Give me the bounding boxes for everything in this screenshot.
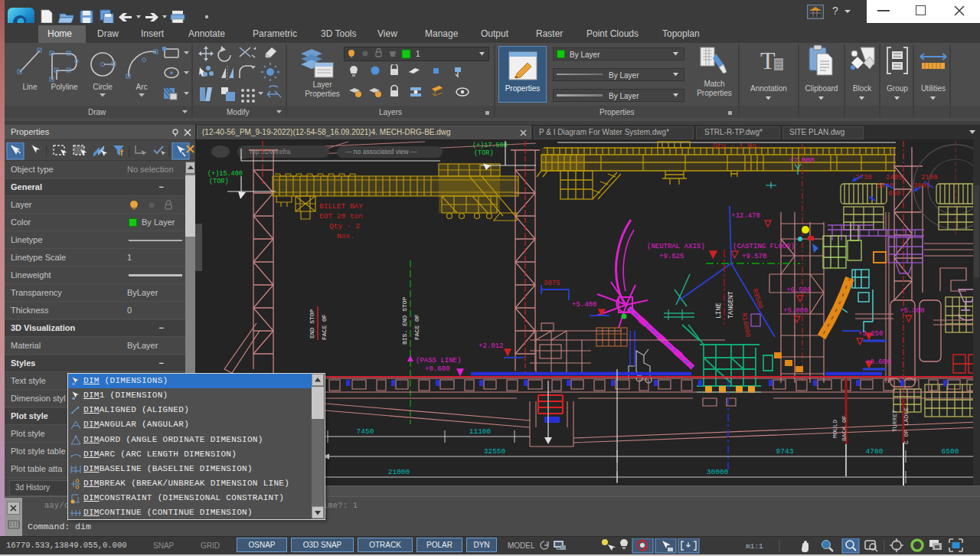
svg-text:Line: Line [23, 83, 38, 91]
svg-text:9743: 9743 [776, 447, 794, 456]
svg-text:+5.000: +5.000 [783, 307, 808, 315]
svg-text:+6.500: +6.500 [786, 286, 811, 294]
svg-text:+9.625: +9.625 [659, 253, 684, 260]
svg-text:7450: 7450 [357, 427, 374, 436]
svg-text:BACK OF: BACK OF [841, 415, 848, 441]
svg-text:(TOR): (TOR) [209, 178, 229, 185]
svg-text:TANGENT: TANGENT [727, 291, 735, 319]
svg-text:+0.600: +0.600 [866, 358, 890, 366]
svg-text:MOULD: MOULD [831, 420, 838, 438]
svg-text:Circle: Circle [93, 83, 113, 91]
svg-text:21000: 21000 [388, 468, 410, 476]
svg-text:+3.250: +3.250 [858, 330, 883, 338]
svg-text:Qty - 1 No.: Qty - 1 No. [713, 142, 761, 150]
svg-text:3075: 3075 [544, 280, 560, 287]
svg-text:(CASTING FLOOR): (CASTING FLOOR) [733, 243, 795, 250]
svg-text:30000: 30000 [707, 468, 729, 476]
svg-text:LINE: LINE [715, 303, 723, 319]
svg-text:Nos.: Nos. [337, 232, 354, 240]
svg-text:TURRET: TURRET [891, 410, 898, 432]
svg-text:Polyline: Polyline [51, 83, 77, 91]
svg-text:+7.000: +7.000 [789, 157, 814, 165]
svg-text:BILLET BAY: BILLET BAY [319, 202, 363, 211]
svg-text:2405: 2405 [886, 174, 903, 182]
svg-text:BIS. END STOP: BIS. END STOP [401, 296, 408, 345]
svg-text:3640: 3640 [877, 182, 893, 190]
svg-text:+0.600: +0.600 [425, 365, 449, 373]
svg-text:(+)15.400: (+)15.400 [207, 170, 243, 178]
svg-text:T: T [760, 47, 776, 74]
svg-text:Top 2DWirefra: Top 2DWirefra [249, 148, 291, 155]
svg-text:4780: 4780 [866, 447, 884, 456]
svg-text:m1:1: m1:1 [746, 542, 763, 551]
svg-text:(PASS LINE): (PASS LINE) [416, 357, 461, 365]
svg-text:— no associated view —: — no associated view — [345, 148, 417, 155]
svg-text:EOT 20 ton: EOT 20 ton [319, 212, 363, 221]
svg-text:+5.300: +5.300 [900, 307, 924, 315]
svg-text:Qty - 2: Qty - 2 [329, 222, 360, 231]
svg-text:FACE OF: FACE OF [413, 314, 420, 340]
svg-text:Arc: Arc [136, 83, 148, 91]
svg-text:(TOR): (TOR) [474, 149, 494, 157]
svg-text:C OF LADLE: C OF LADLE [903, 407, 910, 444]
svg-text:+5.400: +5.400 [572, 301, 596, 309]
svg-text:+12.470: +12.470 [731, 212, 760, 220]
svg-text:6500: 6500 [942, 447, 959, 456]
svg-text:FACE OF: FACE OF [321, 314, 328, 340]
svg-text:f: f [120, 148, 123, 157]
svg-text:32550: 32550 [484, 447, 506, 456]
svg-text:2100: 2100 [921, 174, 938, 182]
svg-text:650: 650 [888, 190, 900, 198]
svg-text:11100: 11100 [469, 427, 492, 436]
svg-text:1: 1 [416, 50, 420, 58]
svg-text:+9.570: +9.570 [742, 253, 766, 260]
svg-text:END STOP: END STOP [309, 309, 315, 339]
svg-text:(+)17.500: (+)17.500 [472, 142, 508, 149]
svg-text:+2.012: +2.012 [479, 342, 503, 350]
svg-text:(NEUTRAL AXIS): (NEUTRAL AXIS) [647, 243, 705, 250]
